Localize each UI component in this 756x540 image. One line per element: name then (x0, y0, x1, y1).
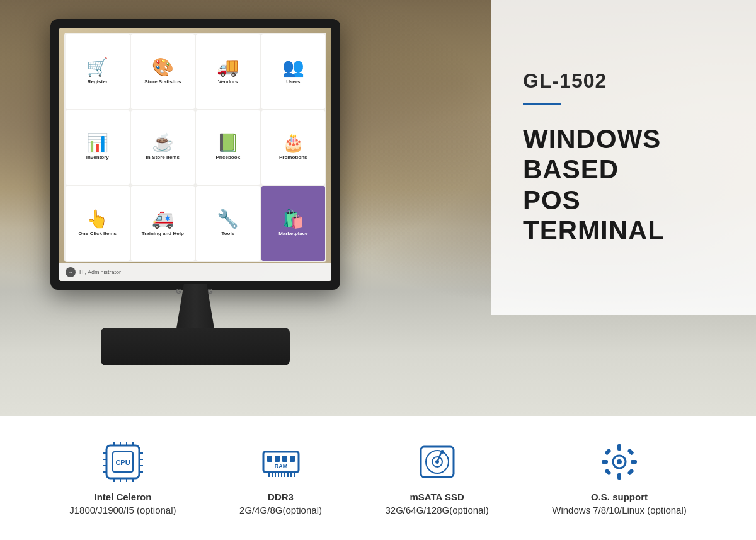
product-title-line1: WINDOWS BASED (523, 124, 661, 184)
register-icon: 🛒 (86, 59, 108, 76)
ram-icon-wrap: RAM (259, 440, 303, 484)
monitor-stand-base (101, 328, 290, 365)
ram-spec-label: DDR3 2G/4G/8G(optional) (239, 490, 322, 517)
admin-greeting: Hi, Administrator (79, 269, 121, 275)
monitor-screen: 🛒 Register 🎨 Store Statistics 🚚 Vendors (59, 28, 331, 281)
app-tile-store-statistics[interactable]: 🎨 Store Statistics (131, 34, 195, 109)
one-click-items-label: One-Click Items (79, 231, 117, 237)
tools-icon: 🔧 (217, 210, 239, 228)
vendors-icon: 🚚 (217, 59, 239, 76)
pos-terminal: 🛒 Register 🎨 Store Statistics 🚚 Vendors (32, 19, 359, 410)
cpu-icon: CPU (101, 440, 144, 483)
marketplace-label: Marketplace (278, 231, 307, 237)
app-tile-promotions[interactable]: 🎂 Promotions (261, 110, 326, 185)
marketplace-icon: 🛍️ (282, 210, 304, 228)
spec-ram: RAM DDR3 2G/4G/8G(optional) (239, 440, 322, 517)
app-grid: 🛒 Register 🎨 Store Statistics 🚚 Vendors (64, 33, 326, 262)
training-help-icon: 🚑 (152, 210, 174, 228)
spec-os: O.S. support Windows 7/8/10/Linux (optio… (552, 440, 686, 517)
app-tile-vendors[interactable]: 🚚 Vendors (196, 34, 260, 109)
main-wrapper: 🛒 Register 🎨 Store Statistics 🚚 Vendors (0, 0, 756, 540)
svg-point-41 (617, 459, 622, 464)
users-icon: 👥 (282, 59, 304, 76)
svg-rect-22 (282, 456, 287, 462)
inventory-label: Inventory (86, 154, 109, 161)
cpu-spec-sub: J1800/J1900/I5 (optional) (69, 505, 176, 515)
svg-rect-44 (602, 460, 608, 464)
spec-ssd: mSATA SSD 32G/64G/128G(optional) (385, 440, 488, 517)
svg-rect-48 (604, 468, 611, 475)
ram-spec-sub: 2G/4G/8G(optional) (239, 505, 322, 515)
monitor-frame: 🛒 Register 🎨 Store Statistics 🚚 Vendors (50, 19, 340, 290)
in-store-items-label: In-Store Items (146, 154, 180, 161)
store-statistics-icon: 🎨 (152, 59, 174, 76)
svg-text:CPU: CPU (115, 459, 130, 466)
app-tile-marketplace[interactable]: 🛍️ Marketplace (261, 186, 326, 261)
product-title-line2: POS TERMINAL (523, 185, 665, 245)
divider-accent (523, 103, 561, 105)
app-tile-tools[interactable]: 🔧 Tools (196, 186, 260, 261)
os-icon (598, 440, 641, 483)
user-avatar-icon: → (66, 267, 76, 277)
app-tile-pricebook[interactable]: 📗 Pricebook (196, 110, 260, 185)
os-spec-sub: Windows 7/8/10/Linux (optional) (552, 505, 686, 515)
os-icon-wrap (597, 440, 641, 484)
ram-icon: RAM (260, 440, 302, 483)
product-model: GL-1502 (523, 69, 724, 93)
pricebook-icon: 📗 (217, 134, 239, 152)
app-tile-register[interactable]: 🛒 Register (66, 34, 130, 109)
app-tile-users[interactable]: 👥 Users (261, 34, 326, 109)
tools-label: Tools (221, 231, 234, 237)
cpu-spec-main: Intel Celeron (69, 490, 176, 503)
app-tile-in-store-items[interactable]: ☕ In-Store Items (131, 110, 195, 185)
app-tile-one-click-items[interactable]: 👆 One-Click Items (66, 186, 130, 261)
register-label: Register (88, 79, 108, 85)
app-tile-training-help[interactable]: 🚑 Training and Help (131, 186, 195, 261)
ssd-spec-main: mSATA SSD (385, 490, 488, 503)
right-info-panel: GL-1502 WINDOWS BASED POS TERMINAL (491, 0, 756, 315)
os-spec-label: O.S. support Windows 7/8/10/Linux (optio… (552, 490, 686, 517)
svg-point-39 (440, 450, 444, 454)
ssd-spec-label: mSATA SSD 32G/64G/128G(optional) (385, 490, 488, 517)
svg-rect-49 (627, 468, 634, 475)
spec-cpu: CPU Intel Celeron J1800/J1900/I5 (option… (69, 440, 176, 517)
specs-section: CPU Intel Celeron J1800/J1900/I5 (option… (0, 416, 756, 540)
inventory-icon: 📊 (86, 134, 108, 152)
svg-rect-42 (617, 444, 621, 451)
app-tile-inventory[interactable]: 📊 Inventory (66, 110, 130, 185)
svg-rect-21 (275, 456, 280, 462)
svg-rect-43 (617, 473, 621, 480)
os-spec-main: O.S. support (552, 490, 686, 503)
svg-rect-45 (631, 460, 637, 464)
training-help-label: Training and Help (142, 231, 184, 237)
vendors-label: Vendors (218, 79, 238, 85)
top-section: 🛒 Register 🎨 Store Statistics 🚚 Vendors (0, 0, 756, 416)
promotions-icon: 🎂 (282, 134, 304, 152)
svg-rect-46 (604, 448, 611, 455)
ssd-icon (416, 440, 459, 483)
screen-background: 🛒 Register 🎨 Store Statistics 🚚 Vendors (59, 28, 331, 281)
users-label: Users (286, 79, 300, 85)
screen-statusbar: → Hi, Administrator (59, 263, 331, 281)
one-click-items-icon: 👆 (86, 210, 108, 228)
store-statistics-label: Store Statistics (144, 79, 181, 85)
ssd-icon-wrap (415, 440, 459, 484)
cpu-spec-label: Intel Celeron J1800/J1900/I5 (optional) (69, 490, 176, 517)
cpu-icon-wrap: CPU (101, 440, 145, 484)
in-store-items-icon: ☕ (152, 134, 174, 152)
svg-text:RAM: RAM (274, 463, 287, 469)
pricebook-label: Pricebook (215, 154, 240, 161)
ssd-spec-sub: 32G/64G/128G(optional) (385, 505, 488, 515)
promotions-label: Promotions (279, 154, 307, 161)
svg-rect-47 (627, 448, 634, 455)
product-title: WINDOWS BASED POS TERMINAL (523, 124, 724, 246)
ram-spec-main: DDR3 (239, 490, 322, 503)
svg-rect-23 (290, 456, 295, 462)
svg-rect-20 (267, 456, 272, 462)
